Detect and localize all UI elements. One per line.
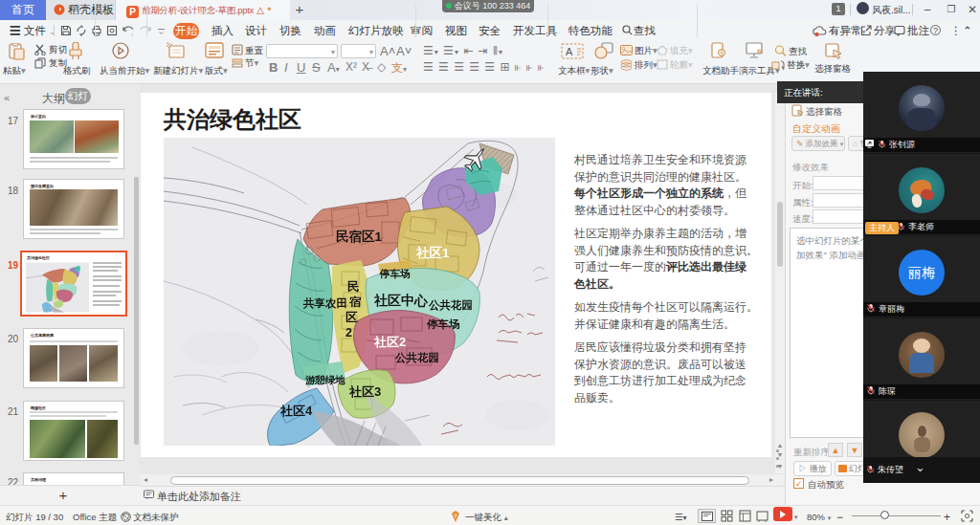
svg-text:停车场: 停车场 [379, 268, 411, 279]
svg-text:共享农田: 共享农田 [302, 297, 347, 310]
svg-text:社区4: 社区4 [279, 404, 313, 418]
svg-text:宿: 宿 [348, 295, 362, 309]
svg-text:游憩绿地: 游憩绿地 [305, 374, 346, 385]
svg-text:2: 2 [345, 326, 352, 339]
svg-text:民宿区1: 民宿区1 [336, 230, 383, 244]
svg-text:区: 区 [345, 311, 358, 324]
svg-text:社区1: 社区1 [415, 246, 450, 260]
svg-text:社区中心: 社区中心 [373, 293, 429, 308]
svg-text:民: 民 [347, 280, 360, 294]
svg-text:公共花园: 公共花园 [428, 299, 473, 312]
svg-text:社区2: 社区2 [373, 335, 406, 349]
svg-text:公共花园: 公共花园 [394, 352, 439, 364]
svg-text:A: A [566, 46, 573, 57]
svg-text:停车场: 停车场 [426, 318, 460, 330]
svg-text:社区3: 社区3 [348, 384, 381, 399]
